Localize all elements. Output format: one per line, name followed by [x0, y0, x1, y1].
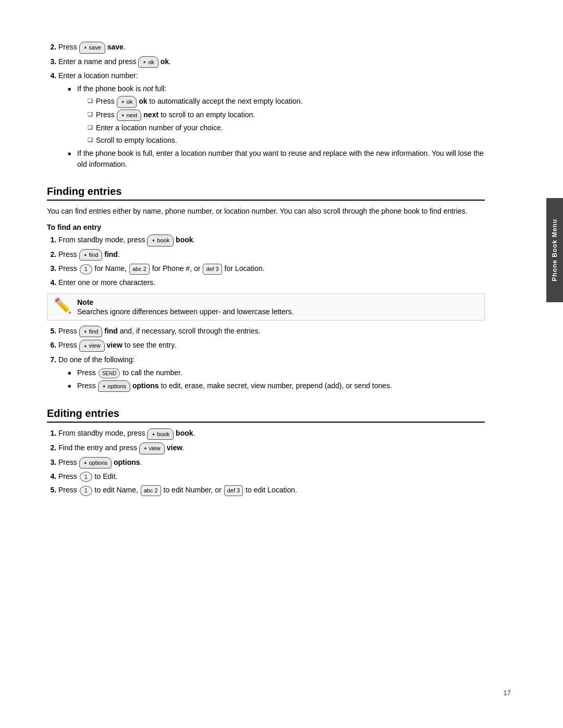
editing-entries-title: Editing entries: [47, 408, 485, 423]
location-bullet-2: If the phone book is full, enter a locat…: [68, 148, 485, 170]
key-def3-button-1: def 3: [203, 264, 222, 275]
note-content: Note Searches ignore differences between…: [77, 298, 478, 316]
find-key-button-2: find: [79, 326, 103, 338]
editing-entries-list: From standby mode, press book book. Find…: [47, 428, 485, 496]
note-box: ✏️ Note Searches ignore differences betw…: [47, 293, 485, 320]
find-step-1: From standby mode, press book book.: [58, 235, 485, 246]
intro-step-3: Enter a name and press ok ok.: [58, 56, 485, 68]
next-key-button: next: [117, 109, 142, 121]
options-key-button-2: options: [79, 457, 112, 469]
not-full-sub-4: Scroll to empty locations.: [88, 135, 485, 146]
key-1-button-1: 1: [80, 264, 92, 275]
to-find-an-entry-heading: To find an entry: [47, 223, 485, 231]
book-key-button-1: book: [147, 235, 174, 246]
save-label: save: [107, 43, 124, 51]
location-bullet-list: If the phone book is not full: Press ok …: [58, 83, 485, 170]
note-icon: ✏️: [54, 297, 72, 314]
intro-step-4: Enter a location number: If the phone bo…: [58, 70, 485, 170]
step7-bullet-1: Press SEND to call the number.: [68, 367, 485, 378]
step7-bullet-list: Press SEND to call the number. Press opt…: [58, 367, 485, 392]
key-1-button-3: 1: [80, 486, 92, 496]
send-key-button: SEND: [99, 368, 120, 378]
edit-step-1: From standby mode, press book book.: [58, 428, 485, 440]
key-1-button-2: 1: [80, 472, 92, 482]
key-abc2-button-1: abc 2: [129, 264, 150, 275]
ok-key-button: ok: [138, 56, 158, 68]
page-number: 17: [504, 689, 511, 697]
sidebar-tab-label: Phone Book Menu: [551, 219, 558, 281]
view-key-button-1: view: [79, 340, 105, 352]
not-full-sub-3: Enter a location number of your choice.: [88, 122, 485, 133]
note-text: Searches ignore differences between uppe…: [77, 307, 478, 316]
note-title: Note: [77, 298, 478, 306]
find-step-5: Press find find and, if necessary, scrol…: [58, 326, 485, 338]
edit-step-2: Find the entry and press view view.: [58, 442, 485, 454]
find-step-6: Press view view to see the entry.: [58, 340, 485, 352]
step7-bullet-2: Press options options to edit, erase, ma…: [68, 380, 485, 392]
find-step-4: Enter one or more characters.: [58, 277, 485, 288]
view-key-button-2: view: [139, 442, 165, 454]
finding-entries-list-2: Press find find and, if necessary, scrol…: [47, 326, 485, 392]
book-key-button-2: book: [147, 428, 174, 440]
edit-step-3: Press options options.: [58, 457, 485, 469]
edit-step-5: Press 1 to edit Name, abc 2 to edit Numb…: [58, 485, 485, 496]
save-key-button: save: [79, 42, 105, 54]
not-full-sub-1: Press ok ok to automatically accept the …: [88, 96, 485, 108]
finding-entries-list: From standby mode, press book book. Pres…: [47, 235, 485, 288]
find-step-3: Press 1 for Name, abc 2 for Phone #, or …: [58, 263, 485, 275]
not-full-sub-list: Press ok ok to automatically accept the …: [77, 96, 485, 146]
ok-label: ok: [161, 57, 169, 66]
finding-entries-intro: You can find entries either by name, pho…: [47, 206, 485, 217]
key-abc2-button-2: abc 2: [141, 485, 161, 496]
intro-step-2: Press save save.: [58, 42, 485, 54]
sidebar-tab: Phone Book Menu: [546, 198, 563, 302]
options-key-button-1: options: [98, 380, 130, 392]
find-key-button-1: find: [79, 249, 103, 261]
find-step-7: Do one of the following: Press SEND to c…: [58, 354, 485, 392]
key-def3-button-2: def 3: [224, 485, 243, 496]
ok-key-button-2: ok: [117, 96, 137, 108]
edit-step-4: Press 1 to Edit.: [58, 471, 485, 482]
find-step-2: Press find find.: [58, 249, 485, 261]
location-bullet-1: If the phone book is not full: Press ok …: [68, 83, 485, 146]
intro-list: Press save save. Enter a name and press …: [47, 42, 485, 170]
finding-entries-title: Finding entries: [47, 186, 485, 201]
not-full-sub-2: Press next next to scroll to an empty lo…: [88, 109, 485, 121]
